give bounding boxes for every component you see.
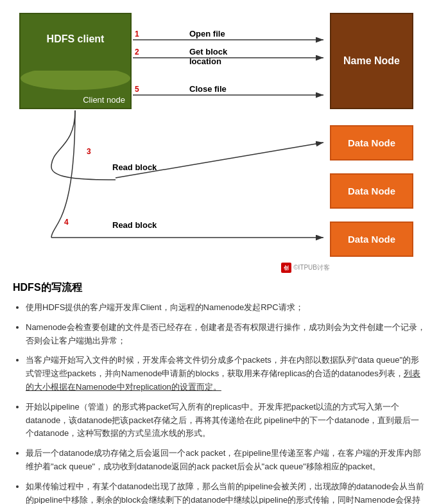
watermark: 创 ©ITPUB讨客 [281, 263, 330, 273]
svg-text:2: 2 [135, 48, 139, 56]
svg-text:1: 1 [135, 30, 139, 39]
list-item: 最后一个datanode成功存储之后会返回一个ack packet，在pipel… [26, 447, 426, 474]
svg-text:Close file: Close file [189, 84, 227, 94]
data-node-3: Data Node [330, 222, 413, 257]
svg-text:Get block: Get block [189, 47, 228, 56]
svg-text:Read block: Read block [112, 162, 157, 172]
data-node-1-label: Data Node [348, 137, 395, 148]
list-item-text: 最后一个datanode成功存储之后会返回一个ack packet，在pipel… [26, 448, 421, 471]
list-item-text: 开始以pipeline（管道）的形式将packet写入所有的replicas中。… [26, 402, 419, 439]
svg-text:3: 3 [87, 147, 91, 156]
name-node-label: Name Node [343, 55, 400, 67]
section-title: HDFS的写流程 [13, 281, 426, 295]
hdfs-client-wave [21, 71, 130, 90]
list-item-text: 当客户端开始写入文件的时候，开发库会将文件切分成多个packets，并在内部以数… [26, 355, 420, 392]
hdfs-client-box: HDFS client Client node [19, 13, 132, 109]
list-item: 开始以pipeline（管道）的形式将packet写入所有的replicas中。… [26, 401, 426, 440]
watermark-logo: 创 [281, 263, 291, 273]
hdfs-client-label: HDFS client [47, 33, 105, 45]
svg-text:Read block: Read block [112, 220, 157, 230]
list-item: 当客户端开始写入文件的时候，开发库会将文件切分成多个packets，并在内部以数… [26, 354, 426, 394]
list-item-text: Namenode会检查要创建的文件是否已经存在，创建者是否有权限进行操作，成功则… [26, 322, 426, 345]
list-item: 如果传输过程中，有某个datanode出现了故障，那么当前的pipeline会被… [26, 480, 426, 504]
list-item-text: 如果传输过程中，有某个datanode出现了故障，那么当前的pipeline会被… [26, 482, 424, 504]
svg-text:Open file: Open file [189, 29, 225, 39]
list-item-text: 使用HDFS提供的客户端开发库Client，向远程的Namenode发起RPC请… [26, 302, 304, 312]
svg-text:5: 5 [135, 85, 139, 94]
svg-line-12 [116, 143, 323, 178]
data-node-2: Data Node [330, 173, 413, 209]
client-node-label: Client node [83, 95, 125, 105]
content-area: HDFS的写流程 使用HDFS提供的客户端开发库Client，向远程的Namen… [0, 276, 439, 504]
svg-text:4: 4 [64, 218, 69, 227]
watermark-text: ©ITPUB讨客 [293, 263, 330, 272]
svg-text:location: location [189, 56, 221, 66]
diagram-area: HDFS client Client node Name Node Data N… [0, 0, 439, 276]
list-item: 使用HDFS提供的客户端开发库Client，向远程的Namenode发起RPC请… [26, 301, 426, 315]
list-item: Namenode会检查要创建的文件是否已经存在，创建者是否有权限进行操作，成功则… [26, 321, 426, 348]
name-node-box: Name Node [330, 13, 413, 109]
bullet-list: 使用HDFS提供的客户端开发库Client，向远程的Namenode发起RPC请… [13, 301, 426, 504]
data-node-2-label: Data Node [348, 186, 395, 196]
data-node-1: Data Node [330, 125, 413, 161]
data-node-3-label: Data Node [348, 234, 395, 245]
